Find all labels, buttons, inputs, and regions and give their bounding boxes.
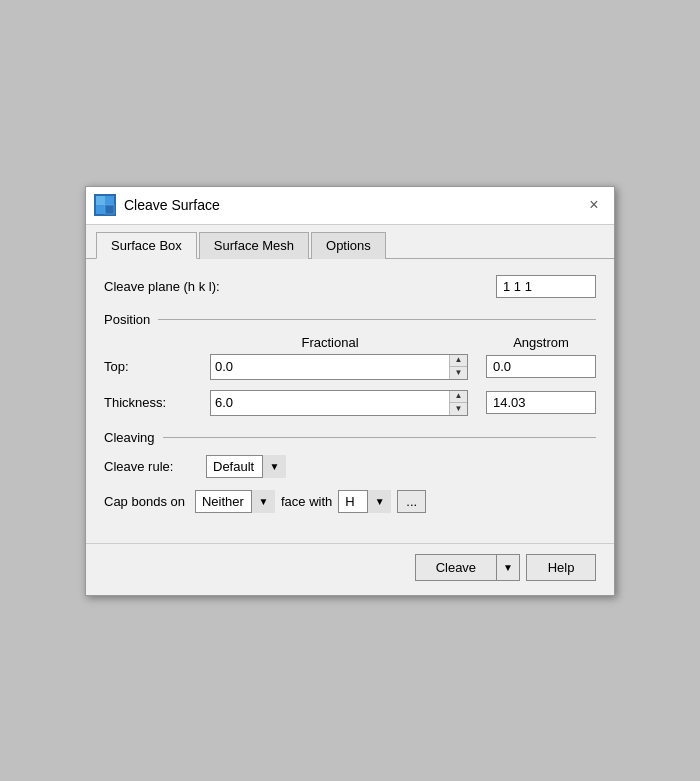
cleave-dropdown-arrow[interactable]: ▼: [496, 555, 519, 580]
thickness-spin-up[interactable]: ▲: [450, 391, 467, 403]
thickness-fractional-input[interactable]: [211, 392, 449, 413]
position-divider: [158, 319, 596, 320]
cleave-btn-wrap: Cleave ▼: [415, 554, 520, 581]
cap-bonds-row: Cap bonds on Neither Top Bottom Both ▼ f…: [104, 490, 596, 513]
cap-bonds-label: Cap bonds on: [104, 494, 185, 509]
neither-select[interactable]: Neither Top Bottom Both: [195, 490, 275, 513]
angstrom-header: Angstrom: [486, 335, 596, 350]
close-button[interactable]: ×: [582, 193, 606, 217]
svg-rect-1: [96, 196, 105, 205]
cleave-button[interactable]: Cleave: [416, 555, 496, 580]
cleave-plane-label: Cleave plane (h k l):: [104, 279, 220, 294]
cleave-plane-input[interactable]: [496, 275, 596, 298]
top-fractional-input[interactable]: [211, 356, 449, 377]
ellipsis-button[interactable]: ...: [397, 490, 426, 513]
top-spin-down[interactable]: ▼: [450, 367, 467, 379]
tab-bar: Surface Box Surface Mesh Options: [86, 225, 614, 259]
svg-rect-3: [96, 205, 105, 214]
cleave-plane-row: Cleave plane (h k l):: [104, 275, 596, 298]
title-bar: Cleave Surface ×: [86, 187, 614, 225]
cleaving-section-header: Cleaving: [104, 430, 596, 445]
content-area: Cleave plane (h k l): Position Fractiona…: [86, 259, 614, 543]
column-headers: Fractional Angstrom: [104, 335, 596, 350]
top-row: Top: ▲ ▼: [104, 354, 596, 380]
footer: Cleave ▼ Help: [86, 543, 614, 595]
fractional-header: Fractional: [214, 335, 446, 350]
top-angstrom-input[interactable]: [486, 355, 596, 378]
cleaving-label: Cleaving: [104, 430, 155, 445]
tab-surface-mesh[interactable]: Surface Mesh: [199, 232, 309, 259]
thickness-spinner: ▲ ▼: [449, 391, 467, 415]
cleave-rule-row: Cleave rule: Default Manual Auto ▼: [104, 455, 596, 478]
tab-surface-box[interactable]: Surface Box: [96, 232, 197, 259]
cleaving-divider: [163, 437, 596, 438]
help-button[interactable]: Help: [526, 554, 596, 581]
thickness-angstrom-input[interactable]: [486, 391, 596, 414]
neither-select-wrap: Neither Top Bottom Both ▼: [195, 490, 275, 513]
face-with-label: face with: [281, 494, 332, 509]
h-select-wrap: H He Li ▼: [338, 490, 391, 513]
tab-options[interactable]: Options: [311, 232, 386, 259]
cleave-rule-select[interactable]: Default Manual Auto: [206, 455, 286, 478]
thickness-label: Thickness:: [104, 395, 204, 410]
window-title: Cleave Surface: [124, 197, 582, 213]
svg-rect-4: [105, 205, 114, 214]
svg-rect-2: [105, 196, 114, 205]
top-label: Top:: [104, 359, 204, 374]
cleave-rule-select-wrap: Default Manual Auto ▼: [206, 455, 286, 478]
top-fractional-wrap: ▲ ▼: [210, 354, 468, 380]
cleave-rule-label: Cleave rule:: [104, 459, 194, 474]
top-spin-up[interactable]: ▲: [450, 355, 467, 367]
cleaving-section: Cleaving Cleave rule: Default Manual Aut…: [104, 430, 596, 513]
thickness-spin-down[interactable]: ▼: [450, 403, 467, 415]
thickness-fractional-wrap: ▲ ▼: [210, 390, 468, 416]
main-window: Cleave Surface × Surface Box Surface Mes…: [85, 186, 615, 596]
position-label: Position: [104, 312, 150, 327]
h-select[interactable]: H He Li: [338, 490, 391, 513]
thickness-row: Thickness: ▲ ▼: [104, 390, 596, 416]
top-spinner: ▲ ▼: [449, 355, 467, 379]
app-icon: [94, 194, 116, 216]
position-section-header: Position: [104, 312, 596, 327]
